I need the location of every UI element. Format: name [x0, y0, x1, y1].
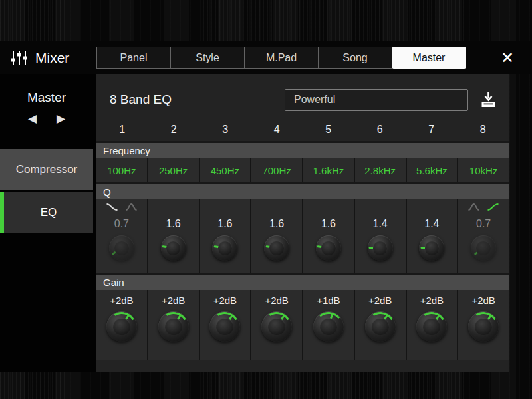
gain-cell-band2: +2dB: [148, 290, 199, 360]
gain-value-band4: +2dB: [265, 290, 288, 310]
q-cell-band6: 1.4: [355, 200, 406, 273]
q-cell-band8: 0.7: [458, 200, 509, 273]
gain-cell-band6: +2dB: [355, 290, 406, 360]
frequency-value-band8[interactable]: 10kHz: [458, 158, 509, 182]
gain-knob-band7[interactable]: [416, 311, 447, 342]
save-preset-button[interactable]: [480, 92, 497, 108]
band-number: 7: [406, 124, 458, 136]
q-knob-band4[interactable]: [264, 235, 289, 261]
icons-spacer: [251, 200, 302, 215]
q-value-band2: 1.6: [166, 215, 181, 233]
sidebar-section-label: Master: [0, 90, 93, 105]
q-value-band5: 1.6: [321, 215, 336, 233]
panel-title: 8 Band EQ: [110, 92, 172, 107]
gain-row: +2dB +2dB +2dB: [96, 290, 509, 360]
frequency-value-band4[interactable]: 700Hz: [251, 158, 302, 182]
low-shelf-icon: [106, 202, 118, 212]
knob-cap: [268, 318, 285, 335]
gain-cell-band4: +2dB: [251, 290, 302, 360]
gain-value-band2: +2dB: [162, 290, 185, 310]
close-button[interactable]: ✕: [496, 47, 519, 69]
knob-cap: [165, 318, 182, 335]
sidebar-nav-arrows: ◀ ▶: [0, 113, 93, 124]
band1-filter-type-selector[interactable]: [96, 200, 147, 215]
tab-panel[interactable]: Panel: [96, 47, 171, 69]
gain-knob-band2[interactable]: [158, 311, 189, 342]
tab-song[interactable]: Song: [318, 47, 392, 69]
knob-cap: [423, 318, 440, 335]
q-cell-band3: 1.6: [200, 200, 251, 273]
preset-selector[interactable]: Powerful: [285, 89, 468, 111]
q-knob-band5[interactable]: [316, 235, 341, 261]
frequency-value-band1[interactable]: 100Hz: [96, 158, 147, 182]
peak-icon: [467, 202, 480, 212]
q-value-band6: 1.4: [373, 215, 388, 233]
band-number: 4: [251, 124, 303, 136]
peak-icon: [125, 202, 138, 212]
q-value-band8: 0.7: [476, 215, 491, 233]
prev-arrow-button[interactable]: ◀: [28, 113, 37, 124]
q-section-header: Q: [96, 182, 509, 200]
content-area: Master ◀ ▶ Compressor EQ 8 Band EQ Power…: [0, 74, 509, 372]
frequency-value-band6[interactable]: 2.8kHz: [355, 158, 406, 182]
header-bar: Mixer Panel Style M.Pad Song Master ✕: [0, 41, 532, 74]
gain-section-header: Gain: [96, 273, 509, 290]
gain-knob-band8[interactable]: [468, 311, 499, 342]
q-knob-band1: [109, 235, 134, 261]
q-knob-band2[interactable]: [161, 235, 186, 261]
q-cell-band1: 0.7: [96, 200, 147, 273]
tab-master[interactable]: Master: [392, 47, 466, 69]
q-value-band4: 1.6: [269, 215, 284, 233]
q-knob-band6[interactable]: [368, 235, 393, 261]
save-icon: [480, 92, 497, 108]
sidebar-item-eq[interactable]: EQ: [0, 192, 93, 233]
knob-cap: [475, 318, 492, 335]
q-value-band7: 1.4: [424, 215, 439, 233]
sidebar-item-compressor[interactable]: Compressor: [0, 149, 93, 190]
frequency-value-band7[interactable]: 5.6kHz: [407, 158, 458, 182]
q-value-band3: 1.6: [217, 215, 232, 233]
q-knob-band8: [471, 235, 496, 261]
frequency-section-header: Frequency: [96, 141, 509, 158]
knob-cap: [113, 318, 130, 335]
gain-knob-band1[interactable]: [106, 311, 137, 342]
knob-cap: [166, 241, 180, 255]
band-number: 1: [96, 124, 148, 136]
gain-knob-band6[interactable]: [365, 311, 396, 342]
eq-panel: 8 Band EQ Powerful 1 2 3 4 5 6 7 8: [96, 74, 509, 372]
frequency-value-band5[interactable]: 1.6kHz: [303, 158, 354, 182]
next-arrow-button[interactable]: ▶: [57, 113, 65, 124]
q-cell-band4: 1.6: [251, 200, 302, 273]
q-knob-band7[interactable]: [419, 235, 444, 261]
gain-knob-band3[interactable]: [209, 311, 240, 342]
knob-cap: [269, 241, 283, 255]
knob-cap: [372, 318, 389, 335]
knob-cap: [320, 318, 337, 335]
gain-knob-band5[interactable]: [313, 311, 344, 342]
q-value-band1: 0.7: [114, 215, 129, 233]
high-shelf-icon: [487, 202, 499, 212]
frequency-value-band2[interactable]: 250Hz: [148, 158, 199, 182]
knob-cap: [476, 241, 490, 255]
band8-filter-type-selector[interactable]: [458, 200, 509, 215]
frequency-value-band3[interactable]: 450Hz: [200, 158, 251, 182]
frequency-value-row: 100Hz 250Hz 450Hz 700Hz 1.6kHz 2.8kHz 5.…: [96, 158, 509, 182]
tab-mpad[interactable]: M.Pad: [244, 47, 319, 69]
band-number: 2: [148, 124, 200, 136]
tab-style[interactable]: Style: [170, 47, 245, 69]
gain-cell-band3: +2dB: [200, 290, 251, 360]
knob-cap: [425, 241, 439, 255]
gain-cell-band1: +2dB: [96, 290, 147, 360]
band-number-row: 1 2 3 4 5 6 7 8: [96, 118, 509, 141]
knob-cap: [114, 241, 128, 255]
gain-value-band6: +2dB: [368, 290, 392, 310]
sidebar: Master ◀ ▶ Compressor EQ: [0, 74, 96, 372]
band-number: 8: [458, 124, 509, 136]
icons-spacer: [148, 200, 199, 215]
band-number: 3: [200, 124, 251, 136]
panel-header: 8 Band EQ Powerful: [96, 74, 509, 118]
q-knob-band3[interactable]: [212, 235, 237, 261]
gain-knob-band4[interactable]: [261, 311, 292, 342]
gain-cell-band5: +1dB: [303, 290, 354, 360]
knob-cap: [218, 241, 232, 255]
